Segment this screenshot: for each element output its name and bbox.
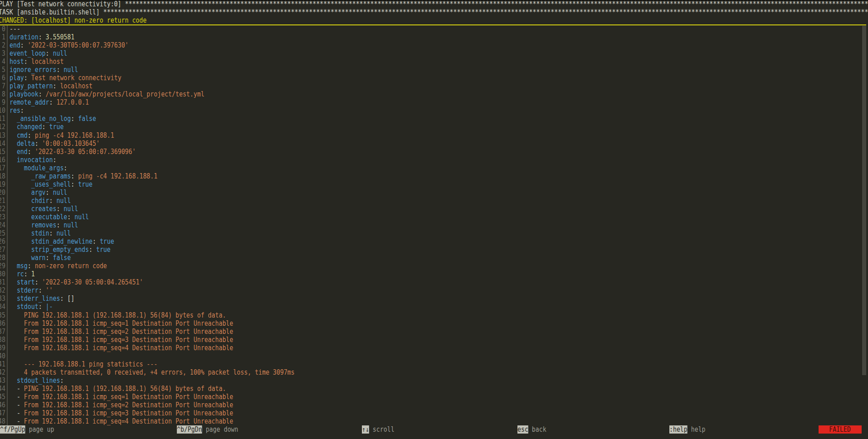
yaml-token-fg [10,368,24,376]
yaml-token-key: ignore_errors [10,66,56,74]
yaml-token-fg: : [28,131,35,140]
yaml-token-str: From 192.168.188.1 icmp_seq=3 Destinatio… [24,336,233,344]
yaml-token-fg: : [34,278,42,286]
yaml-line: - PING 192.168.188.1 (192.168.188.1) 56(… [10,385,295,393]
yaml-token-kw: true [49,123,63,131]
yaml-token-str: From 192.168.188.1 icmp_seq=3 Destinatio… [24,409,233,417]
yaml-token-num: 1 [31,270,35,278]
line-number: 48 [0,417,5,425]
yaml-token-key: executable [31,213,68,221]
changed-banner-text: CHANGED: [localhost] non-zero return cod… [0,16,146,24]
line-number: 12 [0,123,5,131]
esc-key-hint: esc [517,425,528,434]
yaml-token-fg: : [24,58,31,66]
yaml-token-fg: - [10,385,24,393]
yaml-token-key: strip_empty_ends [31,246,89,254]
yaml-token-key: stderr [17,286,39,294]
yaml-line: chdir: null [10,197,295,205]
yaml-token-fg: : [20,106,24,115]
yaml-token-key: chdir [31,197,49,205]
line-number: 20 [0,188,5,197]
help-command-hint: :help [669,425,688,434]
line-number: 6 [0,74,5,82]
line-number: 11 [0,115,5,123]
yaml-line: changed: true [10,123,295,131]
changed-banner: CHANGED: [localhost] non-zero return cod… [0,16,868,24]
yaml-token-fg [10,237,31,246]
line-number: 2 [0,41,5,49]
yaml-token-key: res [10,106,20,115]
yaml-line: _uses_shell: true [10,180,295,188]
line-number: 47 [0,409,5,417]
yaml-token-fg: : [24,74,31,82]
yaml-line: _raw_params: ping -c4 192.168.188.1 [10,172,295,180]
yaml-token-str: --- 192.168.188.1 ping statistics --- [24,360,157,368]
yaml-token-str: 4 packets transmitted, 0 received, +4 er… [24,368,295,376]
yaml-token-key: host [10,58,24,66]
yaml-token-kw: |- [45,303,53,311]
yaml-token-fg [10,319,24,328]
yaml-token-str: PING 192.168.188.1 (192.168.188.1) 56(84… [24,311,226,319]
yaml-token-fg [10,221,31,229]
yaml-line: PING 192.168.188.1 (192.168.188.1) 56(84… [10,311,295,319]
key-hint-label: scroll [369,425,395,434]
line-number: 31 [0,278,5,286]
line-number: 21 [0,197,5,205]
yaml-token-str: From 192.168.188.1 icmp_seq=4 Destinatio… [24,417,233,425]
yaml-token-fg [10,294,17,303]
line-number: 27 [0,246,5,254]
yaml-token-key: msg [17,262,28,270]
yaml-token-str: Test network connectivity [31,74,122,82]
yaml-token-key: invocation [17,156,53,164]
yaml-token-fg [10,229,31,237]
yaml-line [10,352,295,360]
line-number: 14 [0,140,5,148]
yaml-line: stdout: |- [10,303,295,311]
yaml-token-str: localhost [60,82,93,90]
status-badge-text: FAILED [829,425,851,434]
yaml-token-key: creates [31,205,57,213]
line-number: 34 [0,303,5,311]
yaml-token-fg: : [45,254,53,262]
pgup-key-hint: ^f/PgUp [0,425,25,434]
yaml-token-fg: : [28,148,35,156]
yaml-line: rc: 1 [10,270,295,278]
yaml-token-key: event_loop [10,49,46,58]
yaml-line: play_pattern: localhost [10,82,295,90]
yaml-token-fg [10,262,17,270]
yaml-token-fg: : [56,205,63,213]
yaml-token-kw: null [63,66,78,74]
line-number: 41 [0,360,5,368]
line-number: 25 [0,229,5,237]
yaml-token-fg [10,188,31,197]
key-hint-label: back [528,425,546,434]
line-number: 4 [0,58,5,66]
yaml-token-str: From 192.168.188.1 icmp_seq=1 Destinatio… [24,319,233,328]
yaml-token-str: From 192.168.188.1 icmp_seq=2 Destinatio… [24,328,233,336]
scrollbar-thumb[interactable] [862,26,866,375]
yaml-line: warn: false [10,254,295,262]
yaml-token-str: ping -c4 192.168.188.1 [78,172,157,180]
line-number: 42 [0,368,5,376]
yaml-line: - From 192.168.188.1 icmp_seq=4 Destinat… [10,417,295,425]
line-number-gutter: 0123456789101112131415161718192021222324… [0,25,5,425]
key-hint-page-up: ^f/PgUp page up [0,425,54,434]
yaml-line: strip_empty_ends: true [10,246,295,254]
yaml-token-str: From 192.168.188.1 icmp_seq=4 Destinatio… [24,344,233,352]
yaml-token-str: non-zero return code [34,262,107,270]
yaml-token-kw: false [53,254,71,262]
updown-arrows-icon: ↑↓ [362,425,369,434]
line-number: 9 [0,98,5,106]
yaml-line: stderr_lines: [] [10,294,295,303]
line-number: 8 [0,90,5,98]
yaml-token-fg [10,278,17,286]
yaml-token-fg [10,197,31,205]
line-number: 33 [0,294,5,303]
yaml-line: start: '2022-03-30 05:00:04.265451' [10,278,295,286]
yaml-line: From 192.168.188.1 icmp_seq=4 Destinatio… [10,344,295,352]
yaml-token-fg: : [49,197,56,205]
yaml-token-kw: null [56,229,71,237]
yaml-token-key: stdout_lines [17,376,60,385]
yaml-token-key: stdout [17,303,39,311]
line-number: 5 [0,66,5,74]
